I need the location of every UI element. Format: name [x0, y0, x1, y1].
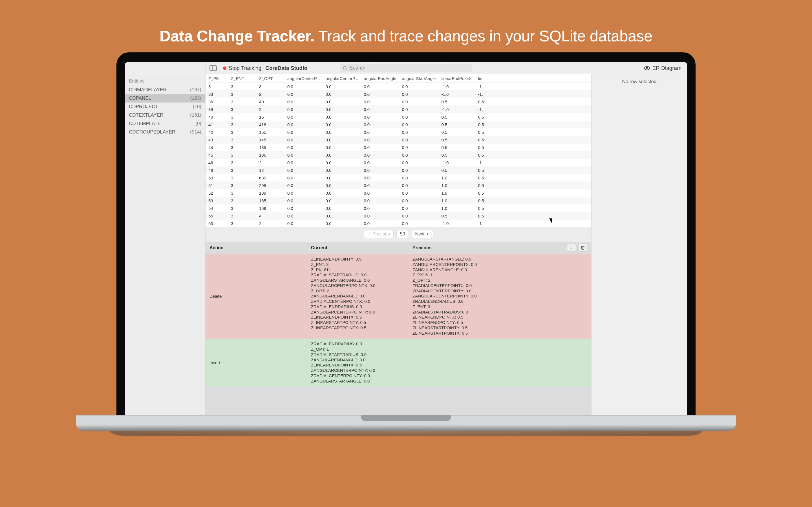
page-size-value: 50 — [400, 231, 405, 237]
entity-item[interactable]: CDPANEL(123) — [125, 94, 205, 103]
table-cell: 0.5 — [439, 151, 475, 159]
table-cell: 0.0 — [323, 83, 361, 91]
table-cell: 0.0 — [399, 212, 439, 220]
table-cell: 3 — [228, 197, 256, 205]
next-label: Next — [415, 231, 424, 237]
table-row[interactable]: 46320.00.00.00.0-1.0-1. — [206, 159, 591, 166]
table-row[interactable]: 63320.00.00.00.0-1.0-1. — [206, 220, 591, 227]
table-row[interactable]: 4231550.00.00.00.00.50.5 — [206, 128, 591, 136]
column-header[interactable]: angularCenterP... — [323, 74, 361, 83]
table-cell: 0.5 — [439, 212, 475, 220]
laptop-foot — [110, 431, 702, 436]
table-cell: 52 — [206, 189, 228, 197]
entity-item[interactable]: CDGROUPEDLAYER(514) — [125, 128, 205, 136]
column-header[interactable]: Z_PK — [206, 74, 228, 83]
change-row-insert[interactable]: InsertZRADIALENDRADIUS: 0.0 Z_OPT: 1 ZRA… — [206, 339, 591, 386]
table-row[interactable]: 483120.00.00.00.00.50.5 — [206, 166, 591, 174]
table-cell: 0.0 — [285, 174, 323, 182]
column-header[interactable]: linearEndPointX — [439, 74, 475, 83]
data-table[interactable]: Z_PKZ_ENTZ_OPTangularCenterP...angularCe… — [206, 74, 591, 227]
table-row[interactable]: 4331450.00.00.00.00.50.5 — [206, 136, 591, 144]
entity-item[interactable]: CDTEXTLAYER(161) — [125, 111, 205, 119]
inspector-empty-label: No row selected — [596, 79, 682, 84]
table-cell: 3 — [228, 205, 256, 212]
table-cell: 36 — [206, 98, 228, 106]
table-cell: 0.0 — [285, 136, 323, 144]
table-cell: -1. — [475, 106, 591, 113]
table-row[interactable]: 4531360.00.00.00.00.50.5 — [206, 151, 591, 159]
change-current: ZLINEARENDPOINTY: 0.5 Z_ENT: 3 Z_PK: 611… — [311, 257, 412, 336]
table-cell: 0.0 — [361, 220, 399, 227]
toggle-sidebar-button[interactable] — [209, 65, 217, 71]
column-header[interactable]: angularEndAngle — [361, 74, 399, 83]
table-cell: 0.0 — [361, 159, 399, 166]
column-header[interactable]: angularStartAngle — [399, 74, 439, 83]
table-cell: 135 — [256, 144, 285, 151]
previous-button[interactable]: Previous — [364, 230, 394, 238]
table-cell: 12 — [256, 166, 285, 174]
copy-button[interactable] — [567, 244, 576, 251]
table-row[interactable]: 5231890.00.00.00.01.00.5 — [206, 189, 591, 197]
table-cell: 0.0 — [399, 189, 439, 197]
entity-item[interactable]: CDIMAGELAYER(197) — [125, 86, 205, 94]
table-cell: 0.0 — [361, 98, 399, 106]
table-row[interactable]: 4431350.00.00.00.00.50.5 — [206, 144, 591, 151]
hero-text: Data Change Tracker. Track and trace cha… — [110, 27, 702, 45]
table-row[interactable]: 5331650.00.00.00.01.00.5 — [206, 197, 591, 205]
table-row[interactable]: 4134180.00.00.00.00.50.5 — [206, 121, 591, 128]
entity-item[interactable]: CDPROJECT(10) — [125, 103, 205, 111]
change-row-delete[interactable]: DeleteZLINEARENDPOINTY: 0.5 Z_ENT: 3 Z_P… — [206, 254, 591, 339]
table-cell: 155 — [256, 128, 285, 136]
entity-item[interactable]: CDTEMPLATE(0) — [125, 119, 205, 128]
entity-name: CDPANEL — [129, 96, 151, 101]
column-header[interactable]: lin — [475, 74, 591, 83]
table-cell: 1.0 — [439, 205, 475, 212]
table-row[interactable]: 5036890.00.00.00.01.00.5 — [206, 174, 591, 182]
table-row[interactable]: 39320.00.00.00.0-1.0-1. — [206, 106, 591, 113]
table-cell: 0.5 — [475, 136, 591, 144]
table-cell: 0.0 — [285, 197, 323, 205]
table-cell: 3 — [228, 166, 256, 174]
trash-icon — [580, 245, 585, 250]
entity-count: (514) — [190, 129, 201, 135]
table-cell: 0.0 — [399, 91, 439, 98]
table-cell: 40 — [256, 98, 285, 106]
column-header[interactable]: angularCenterP... — [285, 74, 323, 83]
table-cell: 0.5 — [475, 98, 591, 106]
table-cell: 0.0 — [285, 91, 323, 98]
table-cell: 0.0 — [399, 83, 439, 91]
table-row[interactable]: 5330.00.00.00.0-1.0-1. — [206, 83, 591, 91]
table-cell: 16 — [256, 113, 285, 121]
table-row[interactable]: 403160.00.00.00.00.50.5 — [206, 113, 591, 121]
search-input[interactable] — [349, 65, 469, 71]
table-cell: 0.0 — [323, 166, 361, 174]
table-cell: -1. — [475, 159, 591, 166]
changes-panel: Action Current Previous — [206, 242, 591, 415]
entity-count: (161) — [190, 112, 201, 118]
delete-button[interactable] — [578, 244, 587, 251]
next-button[interactable]: Next — [412, 230, 434, 238]
table-cell: 0.5 — [475, 205, 591, 212]
change-previous — [412, 341, 587, 384]
table-row[interactable]: 5132950.00.00.00.01.00.5 — [206, 182, 591, 189]
table-cell: 0.0 — [323, 197, 361, 205]
er-diagram-button[interactable]: ER Diagram — [644, 65, 681, 71]
search-field[interactable] — [340, 64, 472, 72]
table-row[interactable]: 5431690.00.00.00.01.00.5 — [206, 205, 591, 212]
table-cell: 0.0 — [285, 212, 323, 220]
entity-name: CDPROJECT — [129, 104, 158, 110]
table-cell: 0.0 — [323, 189, 361, 197]
column-header[interactable]: Z_ENT — [228, 74, 256, 83]
stop-tracking-button[interactable]: Stop Tracking — [229, 65, 261, 71]
table-cell: 0.0 — [399, 151, 439, 159]
table-row[interactable]: 55340.00.00.00.00.50.5 — [206, 212, 591, 220]
inspector-panel: No row selected — [591, 74, 687, 415]
table-cell: 165 — [256, 197, 285, 205]
table-cell: 0.5 — [439, 166, 475, 174]
copy-icon — [569, 245, 574, 250]
page-size[interactable]: 50 — [396, 230, 409, 238]
table-row[interactable]: 363400.00.00.00.00.50.5 — [206, 98, 591, 106]
table-row[interactable]: 33320.00.00.00.0-1.0-1. — [206, 91, 591, 98]
column-header[interactable]: Z_OPT — [256, 74, 285, 83]
change-current: ZRADIALENDRADIUS: 0.0 Z_OPT: 1 ZRADIALST… — [311, 341, 412, 384]
